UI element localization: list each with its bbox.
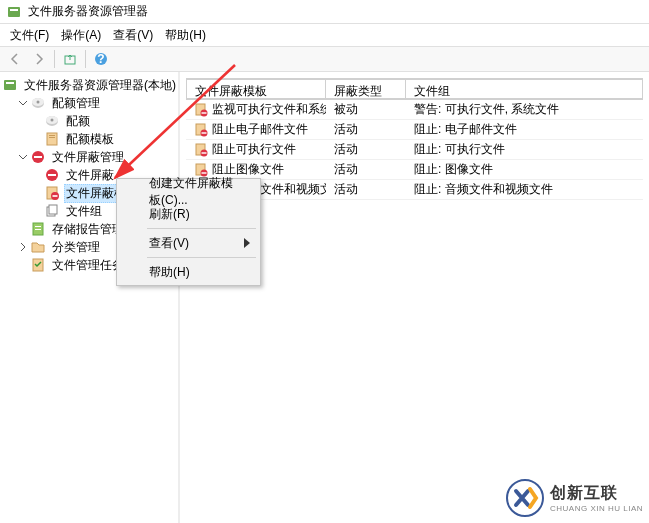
cell-group: 警告: 可执行文件, 系统文件 [406, 99, 643, 120]
spacer [30, 114, 44, 128]
spacer [16, 222, 30, 236]
cell-type: 活动 [326, 119, 406, 140]
cm-label: 帮助(H) [149, 264, 190, 281]
svg-rect-17 [34, 156, 42, 158]
svg-rect-19 [48, 174, 56, 176]
tree-label: 配额管理 [50, 94, 102, 113]
column-header-name[interactable]: 文件屏蔽模板 [186, 79, 326, 99]
tree-label: 配额 [64, 112, 92, 131]
watermark-text: 创新互联 CHUANG XIN HU LIAN [550, 483, 643, 513]
disk-icon [44, 113, 60, 129]
spacer [30, 168, 44, 182]
context-menu-create-template[interactable]: 创建文件屏蔽模板(C)... [119, 181, 258, 203]
svg-rect-40 [202, 172, 207, 173]
window-title: 文件服务器资源管理器 [28, 3, 148, 20]
files-icon [44, 203, 60, 219]
context-menu-view[interactable]: 查看(V) [119, 232, 258, 254]
cell-name: 阻止可执行文件 [212, 141, 296, 158]
spacer [16, 258, 30, 272]
menu-action[interactable]: 操作(A) [55, 25, 107, 46]
tree-root[interactable]: 文件服务器资源管理器(本地) [0, 76, 178, 94]
cell-group: 阻止: 音频文件和视频文件 [406, 179, 643, 200]
disk-icon [30, 95, 46, 111]
cell-type: 活动 [326, 179, 406, 200]
expander-open-icon[interactable] [16, 150, 30, 164]
folder-icon [30, 239, 46, 255]
toolbar-up-button[interactable] [59, 48, 81, 70]
tree-node-quota-mgmt[interactable]: 配额管理 [0, 94, 178, 112]
template-icon [194, 123, 208, 137]
tree-node-file-screen-mgmt[interactable]: 文件屏蔽管理 [0, 148, 178, 166]
svg-rect-6 [6, 82, 14, 84]
column-header-type[interactable]: 屏蔽类型 [326, 79, 406, 99]
expander-closed-icon[interactable] [16, 240, 30, 254]
context-menu: 创建文件屏蔽模板(C)... 刷新(R) 查看(V) 帮助(H) [116, 178, 261, 286]
svg-rect-5 [4, 80, 16, 90]
tree-label: 文件组 [64, 202, 104, 221]
table-row[interactable]: 阻止图像文件 活动 阻止: 图像文件 [186, 160, 643, 180]
svg-point-9 [37, 101, 40, 104]
main-area: 文件服务器资源管理器(本地) 配额管理 配额 配额模板 文件屏蔽管理 文件屏蔽 [0, 72, 649, 523]
cell-group: 阻止: 图像文件 [406, 159, 643, 180]
cell-type: 活动 [326, 159, 406, 180]
svg-rect-37 [202, 152, 207, 153]
submenu-arrow-icon [244, 238, 250, 248]
toolbar-back-button[interactable] [4, 48, 26, 70]
menu-help[interactable]: 帮助(H) [159, 25, 212, 46]
toolbar-forward-button[interactable] [28, 48, 50, 70]
svg-rect-15 [49, 137, 55, 138]
svg-rect-26 [35, 226, 41, 227]
cm-label: 查看(V) [149, 235, 189, 252]
shield-icon [30, 149, 46, 165]
server-icon [2, 77, 18, 93]
task-icon [30, 257, 46, 273]
table-row[interactable]: 阻止可执行文件 活动 阻止: 可执行文件 [186, 140, 643, 160]
menu-view[interactable]: 查看(V) [107, 25, 159, 46]
watermark-cn: 创新互联 [550, 483, 643, 504]
svg-rect-34 [202, 132, 207, 133]
list-header: 文件屏蔽模板 屏蔽类型 文件组 [186, 78, 643, 100]
svg-rect-14 [49, 135, 55, 136]
context-menu-refresh[interactable]: 刷新(R) [119, 203, 258, 225]
splitter[interactable] [175, 72, 178, 523]
titlebar: 文件服务器资源管理器 [0, 0, 649, 24]
tree-label: 文件管理任务 [50, 256, 126, 275]
spacer [30, 132, 44, 146]
cell-name: 监视可执行文件和系统文件 [212, 101, 326, 118]
template-icon [194, 143, 208, 157]
watermark-logo-icon [506, 479, 544, 517]
template-icon [44, 185, 60, 201]
tree-panel: 文件服务器资源管理器(本地) 配额管理 配额 配额模板 文件屏蔽管理 文件屏蔽 [0, 72, 180, 523]
template-icon [44, 131, 60, 147]
tree-label: 分类管理 [50, 238, 102, 257]
shield-icon [44, 167, 60, 183]
spacer [30, 186, 44, 200]
cell-type: 活动 [326, 139, 406, 160]
table-row[interactable]: 阻止电子邮件文件 活动 阻止: 电子邮件文件 [186, 120, 643, 140]
expander-open-icon[interactable] [16, 96, 30, 110]
context-menu-help[interactable]: 帮助(H) [119, 261, 258, 283]
toolbar: ? [0, 46, 649, 72]
template-icon [194, 103, 208, 117]
tree-label: 文件屏蔽管理 [50, 148, 126, 167]
svg-point-12 [51, 119, 54, 122]
table-row[interactable]: 监视可执行文件和系统文件 被动 警告: 可执行文件, 系统文件 [186, 100, 643, 120]
svg-text:?: ? [97, 52, 104, 66]
cell-group: 阻止: 电子邮件文件 [406, 119, 643, 140]
toolbar-separator [54, 50, 55, 68]
menu-file[interactable]: 文件(F) [4, 25, 55, 46]
tree-label: 文件屏蔽 [64, 166, 116, 185]
spacer [30, 204, 44, 218]
tree-node-quota-template[interactable]: 配额模板 [0, 130, 178, 148]
svg-rect-27 [35, 229, 41, 230]
svg-rect-31 [202, 112, 207, 113]
toolbar-help-button[interactable]: ? [90, 48, 112, 70]
tree-root-label: 文件服务器资源管理器(本地) [22, 76, 178, 95]
app-icon [6, 4, 22, 20]
tree-node-quota[interactable]: 配额 [0, 112, 178, 130]
tree-label: 配额模板 [64, 130, 116, 149]
column-header-group[interactable]: 文件组 [406, 79, 643, 99]
cell-name: 阻止电子邮件文件 [212, 121, 308, 138]
menubar: 文件(F) 操作(A) 查看(V) 帮助(H) [0, 24, 649, 46]
tree-label: 存储报告管理 [50, 220, 126, 239]
